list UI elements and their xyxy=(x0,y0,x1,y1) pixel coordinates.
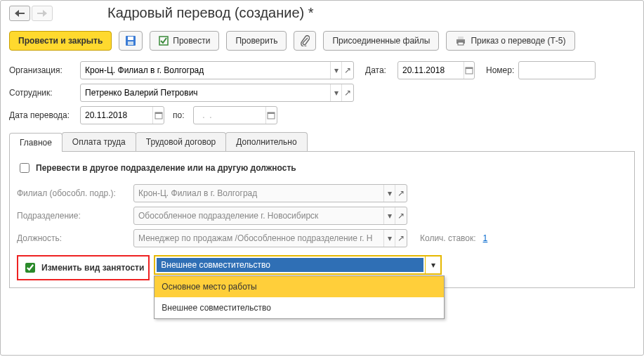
tabs: Главное Оплата труда Трудовой договор До… xyxy=(9,132,635,152)
highlight-emp-type: Изменить вид занятости xyxy=(17,255,150,280)
print-order-button[interactable]: Приказ о переводе (Т-5) xyxy=(446,31,574,51)
open-ref-icon[interactable]: ↗ xyxy=(341,84,353,101)
dept-input xyxy=(134,207,383,224)
to-date-field[interactable] xyxy=(193,106,277,124)
calendar-icon[interactable] xyxy=(265,107,277,124)
transfer-other-label: Перевести в другое подразделение или на … xyxy=(36,163,296,173)
diskette-icon xyxy=(125,35,136,46)
date-label: Дата: xyxy=(365,65,393,75)
check-button[interactable]: Проверить xyxy=(226,31,287,51)
transfer-date-label: Дата перевода: xyxy=(9,110,76,120)
page-title: Кадровый перевод (создание) * xyxy=(107,5,314,21)
paperclip-icon xyxy=(300,35,310,46)
change-emp-type-label: Изменить вид занятости xyxy=(41,263,144,273)
date-field[interactable] xyxy=(397,61,475,79)
dept-label: Подразделение: xyxy=(17,211,129,221)
print-order-label: Приказ о переводе (Т-5) xyxy=(471,36,565,46)
tab-pane-main: Перевести в другое подразделение или на … xyxy=(9,152,635,288)
svg-rect-12 xyxy=(268,112,275,114)
to-date-input[interactable] xyxy=(194,107,265,124)
svg-rect-10 xyxy=(155,112,162,114)
dropdown-icon[interactable]: ▾ xyxy=(330,62,342,79)
position-field: ▾ ↗ xyxy=(133,229,407,247)
attached-files-button[interactable]: Присоединенные файлы xyxy=(323,31,439,51)
dropdown-icon: ▾ xyxy=(383,230,395,247)
chevron-down-icon[interactable]: ▾ xyxy=(425,257,440,273)
svg-rect-2 xyxy=(128,41,133,45)
transfer-other-checkbox[interactable] xyxy=(20,163,29,173)
emp-type-option[interactable]: Внешнее совместительство xyxy=(155,297,444,318)
open-ref-icon: ↗ xyxy=(395,185,407,202)
calendar-icon[interactable] xyxy=(464,62,474,79)
emp-type-combo[interactable]: Внешнее совместительство ▾ Основное мест… xyxy=(154,255,442,275)
svg-rect-6 xyxy=(458,42,464,45)
emp-type-option[interactable]: Основное место работы xyxy=(155,276,444,297)
calendar-icon[interactable] xyxy=(152,107,164,124)
toolbar: Провести и закрыть Провести Проверить Пр… xyxy=(4,28,640,59)
branch-field: ▾ ↗ xyxy=(133,184,407,202)
open-ref-icon: ↗ xyxy=(395,230,407,247)
tab-pay[interactable]: Оплата труда xyxy=(62,132,136,151)
post-button[interactable]: Провести xyxy=(150,31,219,51)
svg-rect-8 xyxy=(466,67,473,69)
title-row: Кадровый перевод (создание) * xyxy=(4,2,640,28)
arrow-right-icon xyxy=(37,10,47,17)
rates-label: Колич. ставок: xyxy=(420,233,476,243)
org-input[interactable] xyxy=(81,62,330,79)
svg-rect-5 xyxy=(458,37,464,39)
position-input xyxy=(134,230,383,247)
printer-icon xyxy=(455,36,466,46)
transfer-date-input[interactable] xyxy=(81,107,152,124)
change-emp-type-checkbox[interactable] xyxy=(25,263,35,273)
rates-link[interactable]: 1 xyxy=(483,233,488,243)
svg-rect-1 xyxy=(128,37,133,40)
post-button-label: Провести xyxy=(173,36,210,46)
employee-label: Сотрудник: xyxy=(9,88,76,98)
post-icon xyxy=(159,36,169,46)
org-label: Организация: xyxy=(9,65,76,75)
open-ref-icon[interactable]: ↗ xyxy=(341,62,353,79)
to-label: по: xyxy=(173,110,185,120)
branch-label: Филиал (обособл. подр.): xyxy=(17,188,129,198)
tab-contract[interactable]: Трудовой договор xyxy=(136,132,226,151)
number-input[interactable] xyxy=(519,62,595,79)
number-label: Номер: xyxy=(486,65,514,75)
transfer-date-field[interactable] xyxy=(80,106,164,124)
branch-input xyxy=(134,185,383,202)
emp-type-value: Внешнее совместительство xyxy=(157,258,423,272)
nav-forward-button[interactable] xyxy=(32,6,53,21)
dropdown-icon: ▾ xyxy=(383,185,395,202)
org-field[interactable]: ▾ ↗ xyxy=(80,61,354,79)
attach-button[interactable] xyxy=(294,31,316,51)
emp-type-dropdown: Основное место работы Внешнее совместите… xyxy=(154,275,445,319)
dropdown-icon: ▾ xyxy=(383,207,395,224)
tab-extra[interactable]: Дополнительно xyxy=(225,132,307,151)
dept-field: ▾ ↗ xyxy=(133,207,407,225)
arrow-left-icon xyxy=(15,10,25,17)
open-ref-icon: ↗ xyxy=(395,207,407,224)
tab-main[interactable]: Главное xyxy=(9,133,63,152)
post-and-close-button[interactable]: Провести и закрыть xyxy=(9,31,112,51)
position-label: Должность: xyxy=(17,233,129,243)
nav-back-button[interactable] xyxy=(9,6,30,21)
employee-field[interactable]: ▾ ↗ xyxy=(80,84,354,102)
dropdown-icon[interactable]: ▾ xyxy=(330,84,342,101)
employee-input[interactable] xyxy=(81,84,330,101)
date-input[interactable] xyxy=(398,62,464,79)
number-field[interactable] xyxy=(518,61,596,79)
save-button[interactable] xyxy=(119,31,143,51)
